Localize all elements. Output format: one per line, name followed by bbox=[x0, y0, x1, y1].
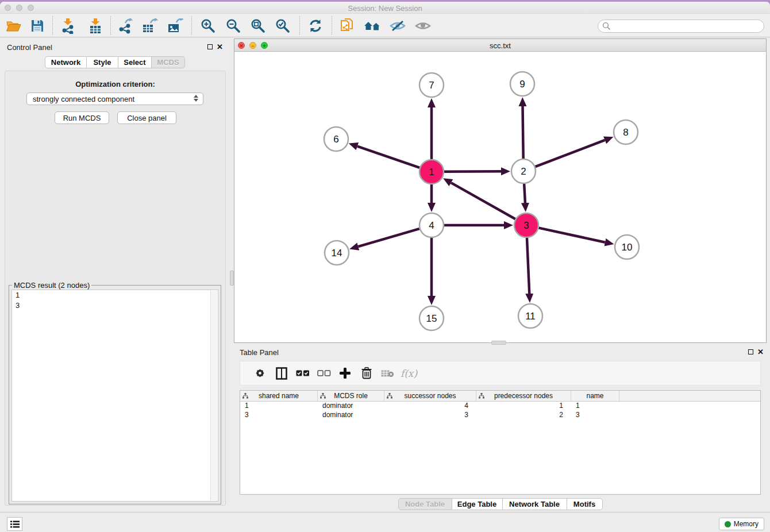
cell-name[interactable]: 3 bbox=[571, 411, 619, 420]
show-graphics-details-button[interactable] bbox=[412, 16, 434, 36]
main-toolbar bbox=[0, 14, 770, 37]
column-header-shared-name[interactable]: shared name bbox=[240, 391, 318, 401]
delete-column-button[interactable] bbox=[356, 364, 377, 383]
graph-node-10[interactable]: 10 bbox=[615, 235, 639, 259]
table-panel-close-button[interactable]: ✕ bbox=[757, 348, 764, 356]
graph-edge-3-1[interactable] bbox=[451, 183, 515, 219]
graph-node-4[interactable]: 4 bbox=[419, 213, 444, 237]
graph-edge-2-3[interactable] bbox=[524, 184, 525, 203]
cell-mcds-role[interactable]: dominator bbox=[318, 411, 384, 420]
run-mcds-button[interactable]: Run MCDS bbox=[55, 111, 109, 124]
control-panel-float-button[interactable] bbox=[206, 43, 214, 51]
zoom-selected-button[interactable] bbox=[272, 16, 294, 36]
tab-select[interactable]: Select bbox=[118, 56, 152, 68]
save-session-button[interactable] bbox=[26, 16, 48, 36]
task-history-button[interactable] bbox=[7, 517, 22, 531]
close-panel-button[interactable]: Close panel bbox=[117, 111, 176, 124]
panel-divider-handle[interactable] bbox=[230, 271, 234, 286]
list-item[interactable]: 1 bbox=[12, 290, 218, 300]
save-icon bbox=[30, 19, 44, 33]
zoom-out-button[interactable] bbox=[222, 16, 244, 36]
hide-graphics-details-button[interactable] bbox=[387, 16, 409, 36]
graph-node-14[interactable]: 14 bbox=[325, 241, 349, 265]
graph-node-15[interactable]: 15 bbox=[419, 306, 444, 330]
graph-node-9[interactable]: 9 bbox=[510, 72, 534, 96]
graph-edge-3-11[interactable] bbox=[527, 238, 529, 294]
column-header-predecessor-nodes[interactable]: predecessor nodes bbox=[476, 391, 571, 401]
select-all-button[interactable] bbox=[292, 364, 313, 383]
tab-mcds[interactable]: MCDS bbox=[152, 56, 185, 68]
graph-edge-1-2[interactable] bbox=[444, 171, 501, 172]
graph-node-6[interactable]: 6 bbox=[324, 127, 348, 151]
zoom-in-button[interactable] bbox=[197, 16, 219, 36]
tab-node-table[interactable]: Node Table bbox=[398, 498, 452, 510]
function-builder-button[interactable]: f(x) bbox=[398, 364, 419, 383]
export-network-button[interactable] bbox=[114, 16, 136, 36]
application-window: Session: New Session bbox=[0, 2, 770, 532]
add-column-button[interactable] bbox=[334, 364, 356, 383]
show-columns-button[interactable] bbox=[271, 364, 292, 383]
cell-shared-name[interactable]: 3 bbox=[240, 411, 318, 420]
cell-shared-name[interactable]: 1 bbox=[240, 402, 318, 411]
cell-name[interactable]: 1 bbox=[571, 402, 619, 411]
open-session-button[interactable] bbox=[2, 16, 24, 36]
list-item[interactable]: 3 bbox=[12, 300, 218, 311]
deselect-all-button[interactable] bbox=[313, 364, 334, 383]
control-panel-tabbar: Network Style Select MCDS bbox=[45, 56, 185, 68]
table-panel-float-button[interactable] bbox=[747, 348, 754, 356]
table-settings-button[interactable] bbox=[249, 364, 271, 383]
search-input[interactable] bbox=[611, 22, 764, 30]
tab-motifs[interactable]: Motifs bbox=[567, 498, 603, 510]
tab-style[interactable]: Style bbox=[87, 56, 118, 68]
tab-edge-table[interactable]: Edge Table bbox=[452, 498, 503, 510]
table-row[interactable]: 1 dominator 4 1 1 bbox=[240, 402, 760, 411]
tab-network[interactable]: Network bbox=[45, 56, 87, 68]
tab-network-table[interactable]: Network Table bbox=[503, 498, 567, 510]
network-canvas[interactable]: 7968124314101511 bbox=[234, 52, 766, 342]
import-table-button[interactable] bbox=[84, 16, 106, 36]
column-header-mcds-role[interactable]: MCDS role bbox=[318, 391, 384, 401]
control-panel-close-button[interactable]: ✕ bbox=[216, 43, 224, 51]
network-view-window: ✕ − + scc.txt 7968124314101511 bbox=[234, 38, 767, 343]
graph-node-11[interactable]: 11 bbox=[518, 304, 542, 328]
graph-edge-2-8[interactable] bbox=[536, 140, 605, 167]
cell-successor-nodes[interactable]: 4 bbox=[384, 402, 476, 411]
zoom-fit-icon bbox=[251, 18, 265, 33]
table-tabbar: Node Table Edge Table Network Table Moti… bbox=[234, 498, 767, 510]
result-list-scrollbar[interactable] bbox=[210, 291, 217, 500]
memory-button[interactable]: Memory bbox=[719, 518, 764, 530]
zoom-selected-icon bbox=[275, 18, 290, 33]
svg-text:2: 2 bbox=[521, 166, 526, 177]
graph-edge-3-10[interactable] bbox=[538, 228, 605, 242]
graph-node-1[interactable]: 1 bbox=[419, 160, 444, 184]
column-header-successor-nodes[interactable]: successor nodes bbox=[384, 391, 476, 401]
optimization-criterion-label: Optimization criterion: bbox=[5, 80, 225, 88]
optimization-criterion-select[interactable]: strongly connected component bbox=[26, 92, 203, 105]
session-title: Session: New Session bbox=[0, 4, 770, 13]
column-header-name[interactable]: name bbox=[571, 391, 619, 401]
graph-edge-4-14[interactable] bbox=[358, 229, 419, 246]
node-table: shared name MCDS role bbox=[240, 390, 761, 495]
graph-edge-1-6[interactable] bbox=[357, 147, 419, 168]
delete-table-button[interactable] bbox=[377, 364, 398, 383]
cell-mcds-role[interactable]: dominator bbox=[318, 402, 384, 411]
graph-edge-2-9[interactable] bbox=[523, 106, 523, 159]
close-icon: ✕ bbox=[757, 348, 764, 356]
clone-network-button[interactable] bbox=[336, 16, 358, 36]
export-image-button[interactable] bbox=[164, 16, 186, 36]
table-row[interactable]: 3 dominator 3 2 3 bbox=[240, 411, 760, 420]
cell-predecessor-nodes[interactable]: 1 bbox=[476, 402, 571, 411]
search-field[interactable] bbox=[598, 20, 764, 33]
graph-node-3[interactable]: 3 bbox=[514, 213, 538, 237]
zoom-fit-button[interactable] bbox=[247, 16, 269, 36]
cell-predecessor-nodes[interactable]: 2 bbox=[476, 411, 571, 420]
refresh-view-button[interactable] bbox=[305, 16, 326, 36]
graph-node-8[interactable]: 8 bbox=[614, 120, 638, 144]
export-table-button[interactable] bbox=[139, 16, 161, 36]
first-neighbors-button[interactable] bbox=[361, 16, 383, 36]
import-network-button[interactable] bbox=[57, 16, 79, 36]
graph-node-2[interactable]: 2 bbox=[511, 159, 536, 183]
cell-successor-nodes[interactable]: 3 bbox=[384, 411, 476, 420]
graph-node-7[interactable]: 7 bbox=[419, 73, 444, 97]
export-image-icon bbox=[167, 18, 183, 34]
